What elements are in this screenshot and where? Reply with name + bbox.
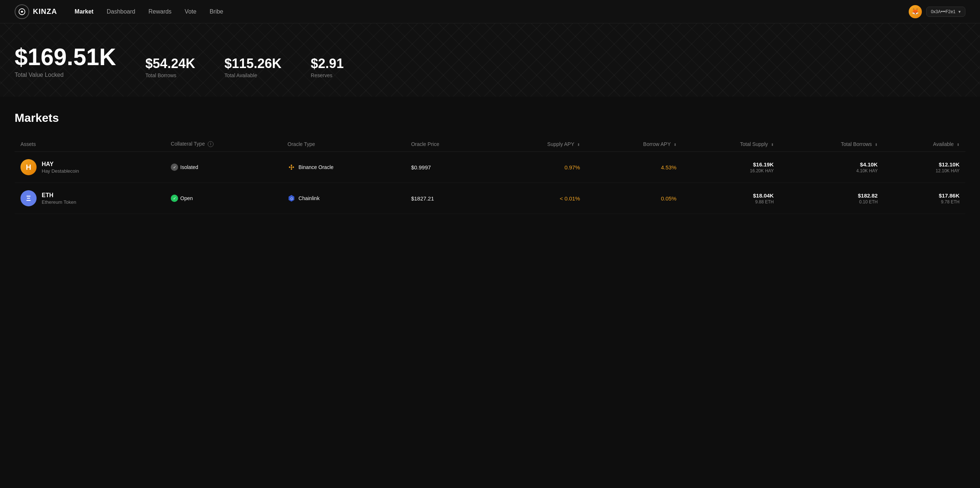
available-usd-0: $12.10K: [889, 161, 959, 167]
supply-apy-0: 0.97%: [565, 164, 580, 171]
total-supply-sort-icon: ⬍: [771, 143, 774, 147]
markets-section: Markets Assets Collateral Type i Oracle …: [0, 97, 980, 214]
logo-icon: [14, 5, 29, 19]
total-borrows-label: Total Borrows: [146, 72, 195, 78]
available-usd-1: $17.86K: [889, 192, 959, 199]
logo-text: KINZA: [33, 7, 57, 16]
svg-marker-3: [293, 166, 294, 168]
tvl-stat: $169.51K Total Value Locked: [14, 45, 116, 78]
markets-title: Markets: [14, 111, 966, 125]
oracle-name-1: Chainlink: [298, 195, 320, 201]
col-supply-apy[interactable]: Supply APY ⬍: [491, 136, 586, 152]
asset-cell-1: Ξ ETH Ethereum Token: [14, 183, 165, 214]
oracle-type-cell-0: Binance Oracle: [282, 152, 405, 183]
collateral-cell-0: ✓ Isolated: [165, 152, 282, 183]
market-table: Assets Collateral Type i Oracle Type Ora…: [14, 136, 966, 214]
chevron-down-icon: ▾: [958, 9, 961, 14]
total-borrows-value: $54.24K: [146, 57, 195, 70]
col-total-supply[interactable]: Total Supply ⬍: [682, 136, 780, 152]
check-icon-0: ✓: [171, 164, 178, 171]
logo[interactable]: KINZA: [14, 5, 57, 19]
wallet-button[interactable]: 0x3A•••F2e1 ▾: [926, 6, 966, 17]
tvl-value: $169.51K: [14, 45, 116, 69]
total-available-stat: $115.26K Total Available: [224, 57, 282, 78]
total-borrows-cell-0: $4.10K 4.10K HAY: [780, 152, 883, 183]
svg-marker-2: [289, 166, 291, 168]
hero-stats: $169.51K Total Value Locked $54.24K Tota…: [14, 45, 966, 78]
col-total-borrows[interactable]: Total Borrows ⬍: [780, 136, 883, 152]
svg-marker-4: [291, 168, 293, 170]
collateral-badge-1: ✓ Open: [171, 195, 276, 202]
collateral-type-info-icon[interactable]: i: [208, 141, 213, 147]
oracle-icon-1: ⬡: [287, 194, 296, 202]
total-available-label: Total Available: [224, 72, 282, 78]
oracle-cell-1: ⬡ Chainlink: [287, 194, 399, 202]
table-header-row: Assets Collateral Type i Oracle Type Ora…: [14, 136, 966, 152]
col-assets: Assets: [14, 136, 165, 152]
tvl-label: Total Value Locked: [14, 72, 116, 78]
nav-right: 🦊 0x3A•••F2e1 ▾: [909, 5, 966, 18]
hero-section: $169.51K Total Value Locked $54.24K Tota…: [0, 24, 980, 97]
asset-name-1: ETH: [42, 192, 76, 199]
nav-dashboard[interactable]: Dashboard: [107, 7, 135, 16]
total-borrows-cell-1: $182.82 0.10 ETH: [780, 183, 883, 214]
asset-subtitle-1: Ethereum Token: [42, 199, 76, 205]
collateral-label-0: Isolated: [180, 164, 198, 170]
available-cell-1: $17.86K 9.78 ETH: [883, 183, 966, 214]
nav-vote[interactable]: Vote: [185, 7, 196, 16]
col-oracle-price: Oracle Price: [405, 136, 491, 152]
borrow-apy-0: 4.53%: [661, 164, 676, 171]
total-supply-token-0: 16.20K HAY: [688, 168, 774, 174]
total-supply-cell-1: $18.04K 9.88 ETH: [682, 183, 780, 214]
reserves-value: $2.91: [311, 57, 344, 70]
asset-name-0: HAY: [42, 161, 79, 167]
col-collateral-type: Collateral Type i: [165, 136, 282, 152]
col-borrow-apy[interactable]: Borrow APY ⬍: [586, 136, 682, 152]
asset-info-1: ETH Ethereum Token: [42, 192, 76, 205]
table-row[interactable]: H HAY Hay Destablecoin ✓ Isolated Binanc…: [14, 152, 966, 183]
borrow-apy-sort-icon: ⬍: [674, 143, 676, 147]
oracle-cell-0: Binance Oracle: [287, 163, 399, 171]
oracle-price-1: $1827.21: [411, 195, 434, 202]
total-available-value: $115.26K: [224, 57, 282, 70]
total-borrows-token-0: 4.10K HAY: [786, 168, 878, 174]
reserves-stat: $2.91 Reserves: [311, 57, 344, 78]
available-sort-icon: ⬍: [956, 143, 959, 147]
borrow-apy-1: 0.05%: [661, 195, 676, 202]
collateral-label-1: Open: [180, 195, 193, 201]
available-cell-0: $12.10K 12.10K HAY: [883, 152, 966, 183]
asset-icon-1: Ξ: [21, 190, 37, 206]
total-borrows-usd-1: $182.82: [786, 192, 878, 199]
nav-rewards[interactable]: Rewards: [148, 7, 172, 16]
total-supply-usd-0: $16.19K: [688, 161, 774, 167]
wallet-address: 0x3A•••F2e1: [931, 9, 956, 14]
asset-icon-0: H: [21, 159, 37, 175]
asset-subtitle-0: Hay Destablecoin: [42, 168, 79, 174]
borrow-apy-cell-0: 4.53%: [586, 152, 682, 183]
available-token-0: 12.10K HAY: [889, 168, 959, 174]
navbar: KINZA Market Dashboard Rewards Vote Brib…: [0, 0, 980, 24]
col-oracle-type: Oracle Type: [282, 136, 405, 152]
check-icon-1: ✓: [171, 195, 178, 202]
svg-text:⬡: ⬡: [290, 197, 293, 201]
oracle-icon-0: [287, 163, 296, 171]
total-borrows-stat: $54.24K Total Borrows: [146, 57, 195, 78]
svg-marker-1: [291, 164, 293, 166]
supply-apy-1: < 0.01%: [560, 195, 580, 202]
reserves-label: Reserves: [311, 72, 344, 78]
nav-links: Market Dashboard Rewards Vote Bribe: [75, 7, 909, 16]
supply-apy-cell-0: 0.97%: [491, 152, 586, 183]
asset-info-0: HAY Hay Destablecoin: [42, 161, 79, 174]
total-borrows-token-1: 0.10 ETH: [786, 199, 878, 204]
asset-cell-0: H HAY Hay Destablecoin: [14, 152, 165, 183]
available-token-1: 9.78 ETH: [889, 199, 959, 204]
col-available[interactable]: Available ⬍: [883, 136, 966, 152]
avatar: 🦊: [909, 5, 922, 18]
supply-apy-cell-1: < 0.01%: [491, 183, 586, 214]
total-borrows-sort-icon: ⬍: [875, 143, 878, 147]
oracle-price-cell-1: $1827.21: [405, 183, 491, 214]
nav-bribe[interactable]: Bribe: [210, 7, 223, 16]
svg-marker-5: [291, 166, 293, 168]
nav-market[interactable]: Market: [75, 7, 94, 16]
table-row[interactable]: Ξ ETH Ethereum Token ✓ Open ⬡ Chainlink …: [14, 183, 966, 214]
